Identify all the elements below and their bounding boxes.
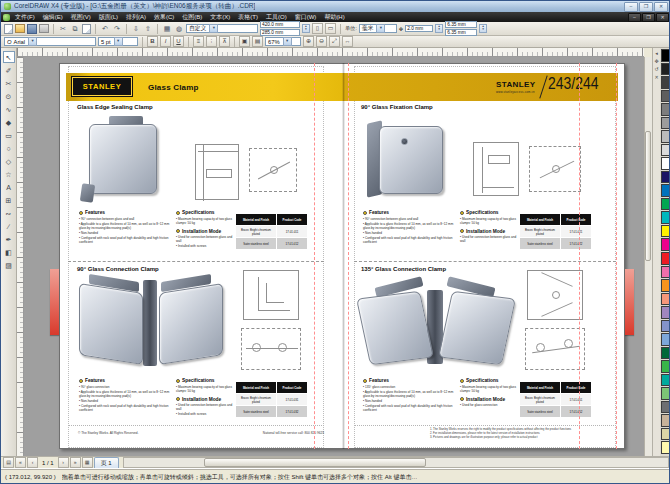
color-swatch[interactable] [661, 252, 670, 265]
page-flyout-icon[interactable]: ▤ [3, 457, 14, 468]
application-launcher-icon[interactable]: ▦ [162, 24, 172, 34]
minimize-button[interactable]: – [624, 2, 638, 12]
menu-item[interactable]: 排列(A) [122, 12, 150, 22]
open-icon[interactable] [15, 24, 25, 33]
color-swatch[interactable] [661, 90, 670, 103]
close-docker-icon[interactable]: ✕ [654, 74, 658, 80]
doc-minimize-button[interactable]: – [628, 13, 641, 22]
basic-shapes-tool-icon[interactable]: ☆ [3, 168, 15, 180]
zoom-in-icon[interactable]: ⊕ [303, 36, 314, 47]
color-swatch[interactable] [661, 333, 670, 346]
next-page-icon[interactable]: › [58, 457, 69, 468]
color-swatch[interactable] [661, 198, 670, 211]
alignment-button[interactable]: ≡ [193, 36, 204, 47]
cut-icon[interactable]: ✂ [58, 24, 68, 34]
color-swatch[interactable] [661, 117, 670, 130]
text-tool-icon[interactable]: A [3, 181, 15, 193]
collapse-docker-icon[interactable]: ◂ [655, 50, 658, 56]
interactive-fill-tool-icon[interactable]: ▨ [3, 259, 15, 271]
duplicate-spinner[interactable]: ▴▾ [479, 24, 487, 33]
guideline[interactable] [314, 63, 315, 449]
outline-pen-tool-icon[interactable]: ✒ [3, 233, 15, 245]
menu-item[interactable]: 视图(V) [67, 12, 95, 22]
shape-tool-icon[interactable]: ✐ [3, 64, 15, 76]
color-swatch[interactable] [661, 103, 670, 116]
chevron-down-icon[interactable]: ▾ [209, 24, 218, 33]
edit-text-button[interactable]: ▣ [239, 36, 250, 47]
color-swatch[interactable] [661, 306, 670, 319]
duplicate-x-field[interactable]: 6.35 mm [445, 21, 477, 28]
color-swatch[interactable] [661, 266, 670, 279]
color-swatch[interactable] [661, 428, 670, 441]
color-swatch[interactable] [661, 414, 670, 427]
font-size-combo[interactable]: 5 pt ▾ [98, 37, 138, 46]
smart-fill-tool-icon[interactable]: ◆ [3, 116, 15, 128]
menu-item[interactable]: 帮助(H) [320, 12, 348, 22]
color-swatch[interactable] [661, 387, 670, 400]
doc-close-button[interactable]: ✕ [656, 13, 669, 22]
color-swatch[interactable] [661, 63, 670, 76]
paste-icon[interactable] [82, 24, 91, 34]
color-swatch[interactable] [661, 238, 670, 251]
zoom-tool-icon[interactable]: ⊙ [3, 90, 15, 102]
menu-item[interactable]: 文本(X) [206, 12, 234, 22]
menu-item[interactable]: 表格(T) [234, 12, 262, 22]
color-swatch[interactable] [661, 279, 670, 292]
new-icon[interactable] [4, 24, 13, 34]
underline-button[interactable]: U [173, 36, 184, 47]
prev-page-icon[interactable]: ‹ [27, 457, 38, 468]
menu-item[interactable]: 编辑(E) [39, 12, 67, 22]
close-button[interactable]: ✕ [654, 2, 668, 12]
color-swatch[interactable] [661, 76, 670, 89]
color-swatch[interactable] [661, 347, 670, 360]
color-swatch[interactable] [661, 401, 670, 414]
ellipse-tool-icon[interactable]: ○ [3, 142, 15, 154]
save-icon[interactable] [27, 24, 37, 34]
page-height-field[interactable]: 285.0 mm [260, 29, 300, 36]
menu-item[interactable]: 文件(F) [11, 12, 39, 22]
color-swatch[interactable] [661, 441, 670, 454]
italic-button[interactable]: I [160, 36, 171, 47]
menu-item[interactable]: 效果(C) [150, 12, 178, 22]
zoom-page-icon[interactable]: ⤢ [329, 36, 340, 47]
chevron-down-icon[interactable]: ▾ [114, 37, 123, 46]
chevron-down-icon[interactable]: ▾ [376, 24, 385, 33]
crop-tool-icon[interactable]: ✂ [3, 77, 15, 89]
export-icon[interactable]: ⇧ [143, 24, 153, 34]
zoom-out-icon[interactable]: ⊖ [316, 36, 327, 47]
polygon-tool-icon[interactable]: ◇ [3, 155, 15, 167]
guideline[interactable] [616, 63, 617, 449]
last-page-icon[interactable]: » [70, 457, 81, 468]
zoom-preset-combo[interactable]: 自定义 ▾ [186, 24, 258, 33]
color-swatch[interactable] [661, 157, 670, 170]
color-swatch[interactable] [661, 293, 670, 306]
duplicate-y-field[interactable]: 6.35 mm [445, 29, 477, 36]
maximize-button[interactable]: ❐ [639, 2, 653, 12]
color-swatch[interactable] [661, 211, 670, 224]
portrait-button[interactable]: ▯ [312, 23, 323, 34]
chevron-down-icon[interactable]: ▾ [283, 37, 292, 46]
bold-button[interactable]: B [147, 36, 158, 47]
add-page-icon[interactable]: ▦ [82, 457, 93, 468]
nudge-spinner[interactable]: ▴▾ [435, 24, 443, 33]
corel-balloon-icon[interactable] [3, 14, 10, 21]
guideline[interactable] [579, 63, 580, 449]
page-tab[interactable]: 页 1 [94, 457, 119, 468]
pick-tool-icon[interactable]: ↖ [3, 51, 15, 63]
color-swatch[interactable] [661, 320, 670, 333]
color-swatch[interactable] [661, 374, 670, 387]
bullet-list-button[interactable]: ⁝ [206, 36, 217, 47]
fill-tool-icon[interactable]: ◧ [3, 246, 15, 258]
table-tool-icon[interactable]: ⊞ [3, 194, 15, 206]
landscape-button[interactable]: ▭ [325, 23, 336, 34]
rectangle-tool-icon[interactable]: ▭ [3, 129, 15, 141]
color-swatch[interactable] [661, 130, 670, 143]
horizontal-scroll-thumb[interactable] [204, 458, 426, 467]
vertical-scroll-thumb[interactable] [645, 131, 651, 261]
rotate-docker-icon[interactable]: ↺ [654, 66, 658, 72]
doc-restore-button[interactable]: ❐ [642, 13, 655, 22]
horizontal-scrollbar[interactable] [123, 457, 669, 468]
docker-tab-strip[interactable]: ◂ ✥ ↺ ✕ [652, 48, 660, 456]
first-page-icon[interactable]: « [15, 457, 26, 468]
transform-docker-icon[interactable]: ✥ [654, 58, 658, 64]
